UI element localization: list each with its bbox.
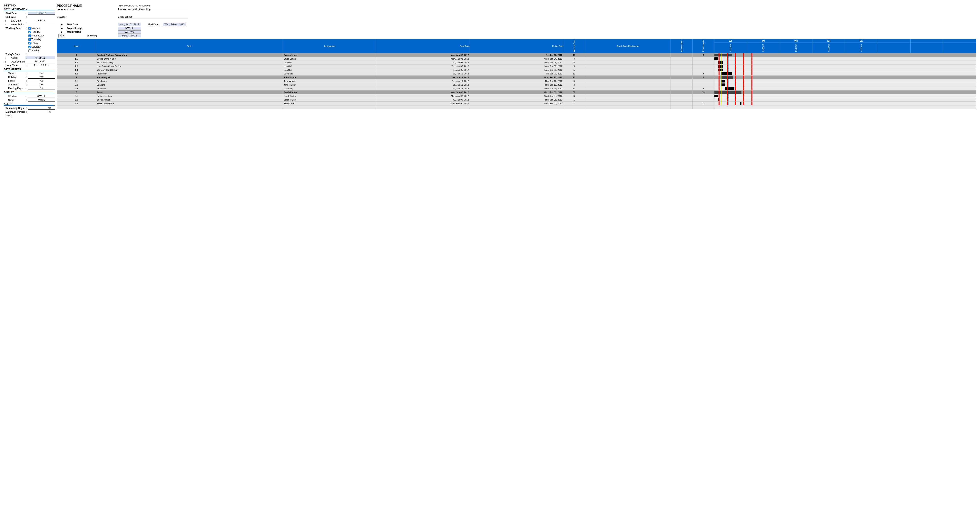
cell-start[interactable]: Tue, Jan 10, 2012 (376, 83, 470, 87)
cell-assignment[interactable]: John Harper (283, 83, 376, 87)
cell-finish[interactable]: Wed, Feb 01, 2012 (470, 102, 563, 105)
cell-task[interactable]: Define Brand Name (96, 57, 283, 61)
startend-marker-value[interactable]: Yes (28, 83, 55, 86)
cell-start[interactable]: Thu, Jan 05, 2012 (376, 68, 470, 72)
cell-start[interactable]: Mon, Jan 02, 2012 (376, 94, 470, 98)
end-date-radio[interactable]: ◉ (4, 20, 7, 22)
day-check-1[interactable] (29, 31, 31, 33)
cell-finish-realization[interactable] (585, 72, 671, 76)
day-check-3[interactable] (29, 38, 31, 41)
cell-finish-realization[interactable] (585, 98, 671, 102)
cell-start[interactable]: Thu, Jan 05, 2012 (376, 61, 470, 64)
gantt-bar[interactable] (725, 87, 734, 90)
cell-assignment[interactable]: John Wayne (283, 80, 376, 83)
cell-finish-realization[interactable] (585, 91, 671, 94)
cell-assignment[interactable]: Sarah Parker (283, 94, 376, 98)
cell-assignment[interactable]: Bruce Jenner (283, 53, 376, 57)
cell-assignment[interactable]: Bruce Jenner (283, 57, 376, 61)
cell-start[interactable]: Mon, Jan 02, 2012 (376, 91, 470, 94)
cell-finish[interactable]: Mon, Jan 23, 2012 (470, 87, 563, 91)
cell-finish[interactable]: Wed, Jan 04, 2012 (470, 57, 563, 61)
actual-value[interactable]: 6-Feb-12 (25, 56, 55, 59)
cell-finish[interactable]: Thu, Jan 05, 2012 (470, 98, 563, 102)
today-marker-value[interactable]: Yes (28, 72, 55, 75)
cell-finish[interactable]: Wed, Jan 04, 2012 (470, 94, 563, 98)
cell-task[interactable]: User Guide Cover Design (96, 64, 283, 68)
day-check-0[interactable] (29, 27, 31, 30)
day-check-4[interactable] (29, 42, 31, 45)
day-check-2[interactable] (29, 35, 31, 37)
actual-radio[interactable]: ○ (4, 57, 7, 59)
day-check-6[interactable] (29, 49, 31, 52)
cell-task[interactable]: Event (96, 91, 283, 94)
cell-task[interactable]: Marketing Kit (96, 76, 283, 80)
cell-finish[interactable]: Thu, Jan 12, 2012 (470, 80, 563, 83)
cell-start[interactable]: Thu, Jan 05, 2012 (376, 98, 470, 102)
cell-finish[interactable]: Mon, Jan 23, 2012 (470, 76, 563, 80)
scroll-left-button[interactable]: ◂ (59, 34, 62, 37)
scroll-right-button[interactable]: ▸ (62, 34, 65, 37)
cell-start[interactable]: Thu, Jan 05, 2012 (376, 64, 470, 68)
cell-assignment[interactable]: Peter Kent (283, 102, 376, 105)
cell-assignment[interactable]: Lisa Girl (283, 61, 376, 64)
leader-value[interactable]: Bruce Jenner (118, 16, 188, 18)
cell-assignment[interactable]: John Wayne (283, 76, 376, 80)
cell-finish-realization[interactable] (585, 76, 671, 80)
userdef-value[interactable]: 18-Jan-12 (25, 60, 55, 63)
cell-task[interactable]: Production (96, 87, 283, 91)
cell-finish-realization[interactable] (585, 61, 671, 64)
cell-task[interactable]: Press Conference (96, 102, 283, 105)
description-value[interactable]: Prepare new product launching (118, 8, 188, 11)
start-date-value[interactable]: 2-Jan-12 (28, 12, 55, 15)
cell-finish[interactable]: Wed, Feb 01, 2012 (470, 91, 563, 94)
cell-task[interactable]: Define Location (96, 94, 283, 98)
cell-finish-realization[interactable] (585, 80, 671, 83)
cell-start[interactable]: Mon, Jan 02, 2012 (376, 57, 470, 61)
cell-task[interactable]: Brochures (96, 80, 283, 83)
window-value[interactable]: 8 Week (28, 95, 55, 98)
cell-finish-realization[interactable] (585, 94, 671, 98)
cell-task[interactable]: Production (96, 72, 283, 76)
project-name-value[interactable]: NEW PRODUCT LAUNCHING (118, 4, 188, 7)
cell-assignment[interactable]: Sarah Parker (283, 98, 376, 102)
cell-finish[interactable]: Thu, Jan 12, 2012 (470, 83, 563, 87)
cell-finish-realization[interactable] (585, 83, 671, 87)
cell-assignment[interactable]: Lisa Girl (283, 68, 376, 72)
cell-finish[interactable]: Fri, Jan 20, 2012 (470, 53, 563, 57)
cell-start[interactable]: Tue, Jan 10, 2012 (376, 76, 470, 80)
gantt-bar[interactable] (721, 80, 725, 83)
cell-start[interactable]: Tue, Jan 10, 2012 (376, 80, 470, 83)
week-period-radio[interactable]: ○ (4, 24, 7, 25)
cell-assignment[interactable]: Lois Lang (283, 72, 376, 76)
passing-marker-value[interactable]: No (28, 87, 55, 90)
day-check-5[interactable] (29, 46, 31, 48)
cell-task[interactable]: Banners (96, 83, 283, 87)
cell-assignment[interactable]: Sarah Parker (283, 91, 376, 94)
leave-marker-value[interactable]: Yes (28, 80, 55, 82)
cell-finish[interactable]: Fri, Jan 20, 2012 (470, 72, 563, 76)
maxpar-value[interactable]: No (28, 110, 55, 113)
cell-assignment[interactable]: Lois Lang (283, 87, 376, 91)
cell-finish-realization[interactable] (585, 87, 671, 91)
cell-finish[interactable]: Mon, Jan 09, 2012 (470, 68, 563, 72)
remaining-value[interactable]: No (28, 107, 55, 110)
cell-finish-realization[interactable] (585, 102, 671, 105)
gantt-bar[interactable] (714, 54, 732, 56)
cell-finish[interactable]: Mon, Jan 09, 2012 (470, 61, 563, 64)
cell-start[interactable]: Tue, Jan 10, 2012 (376, 72, 470, 76)
cell-finish-realization[interactable] (585, 53, 671, 57)
cell-assignment[interactable]: Lisa Girl (283, 64, 376, 68)
gantt-bar[interactable] (721, 83, 725, 86)
cell-task[interactable]: Product Package Preparation (96, 53, 283, 57)
cell-start[interactable]: Fri, Jan 13, 2012 (376, 87, 470, 91)
holiday-marker-value[interactable]: Yes (28, 76, 55, 79)
cell-finish-realization[interactable] (585, 68, 671, 72)
end-date-value[interactable]: 1-Feb-12 (25, 19, 55, 22)
level-type-value[interactable]: 1; 1.1; 1.1.1; .. (28, 64, 55, 67)
cell-finish-realization[interactable] (585, 64, 671, 68)
cell-task[interactable]: Book Location (96, 98, 283, 102)
gantt-bar[interactable] (714, 57, 718, 60)
cell-start[interactable]: Wed, Feb 01, 2012 (376, 102, 470, 105)
gantt-bar[interactable] (740, 102, 741, 105)
slider-value[interactable]: Weekly (28, 99, 55, 102)
